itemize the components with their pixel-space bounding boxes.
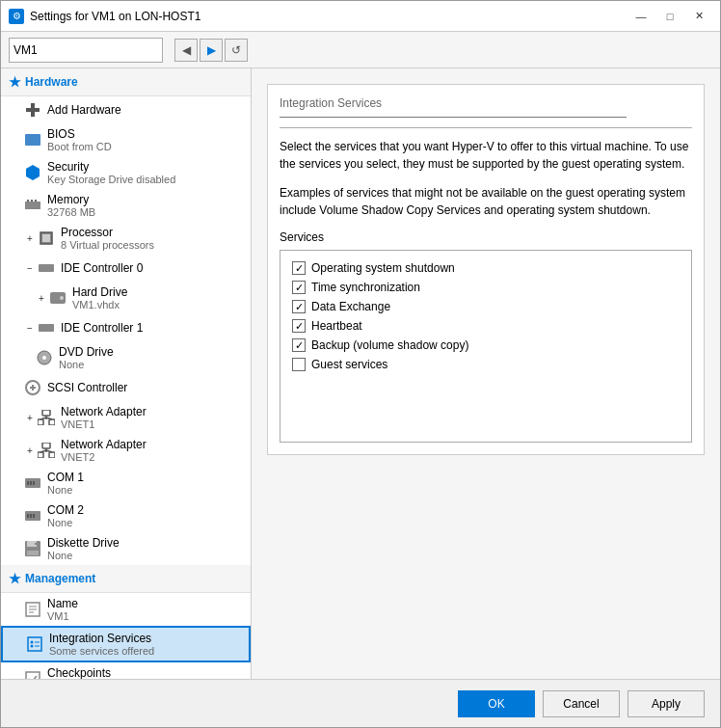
- vm-selector[interactable]: VM1: [9, 38, 163, 63]
- back-button[interactable]: ◀: [174, 39, 198, 62]
- add-hardware-content: Add Hardware: [47, 103, 121, 117]
- sidebar-item-bios[interactable]: BIOS Boot from CD: [1, 123, 251, 156]
- svg-rect-4: [31, 200, 33, 202]
- ide0-icon: [38, 259, 55, 277]
- left-panel: ★ Hardware Add Hardware BIOS Boot: [1, 68, 252, 679]
- network1-expand-icon[interactable]: +: [24, 412, 36, 423]
- ide1-expand-icon[interactable]: −: [24, 322, 36, 334]
- cancel-button[interactable]: Cancel: [543, 690, 620, 717]
- sidebar-item-dvd-drive[interactable]: DVD Drive None: [1, 341, 251, 374]
- service-checkbox-heartbeat[interactable]: [292, 319, 306, 333]
- service-checkbox-backup[interactable]: [292, 338, 306, 352]
- com1-icon: [24, 474, 41, 492]
- network2-label: Network Adapter: [61, 438, 147, 451]
- com1-content: COM 1 None: [47, 471, 84, 496]
- security-sublabel: Key Storage Drive disabled: [47, 174, 175, 185]
- scsi-label: SCSI Controller: [47, 381, 127, 394]
- com2-label: COM 2: [47, 503, 84, 517]
- sidebar-item-com1[interactable]: COM 1 None: [1, 467, 251, 499]
- integration-services-title: Integration Services ———————————————————…: [280, 96, 692, 128]
- svg-line-25: [40, 450, 46, 452]
- network1-label: Network Adapter: [61, 405, 147, 418]
- svg-rect-37: [35, 543, 38, 545]
- management-section-header: ★ Management: [1, 565, 251, 593]
- sidebar-item-com2[interactable]: COM 2 None: [1, 499, 251, 532]
- svg-rect-38: [27, 551, 39, 555]
- bios-sublabel: Boot from CD: [47, 141, 112, 152]
- network1-icon: [38, 409, 55, 426]
- window-controls: — □ ✕: [628, 7, 712, 26]
- apply-button[interactable]: Apply: [628, 690, 705, 717]
- minimize-button[interactable]: —: [628, 7, 654, 26]
- network2-expand-icon[interactable]: +: [24, 445, 36, 456]
- sidebar-item-ide0[interactable]: − IDE Controller 0: [1, 255, 251, 282]
- harddrive-expand-icon[interactable]: +: [36, 292, 47, 304]
- name-icon: [24, 601, 41, 618]
- service-checkbox-sync[interactable]: [292, 281, 306, 294]
- dvd-sublabel: None: [59, 359, 114, 370]
- network1-sublabel: VNET1: [61, 418, 147, 430]
- ide1-icon: [38, 319, 55, 337]
- svg-point-45: [31, 645, 34, 648]
- svg-rect-33: [30, 514, 32, 518]
- svg-rect-3: [27, 200, 29, 202]
- sidebar-item-scsi[interactable]: SCSI Controller: [1, 374, 251, 401]
- window-icon: ⚙: [9, 9, 24, 24]
- settings-window: ⚙ Settings for VM1 on LON-HOST1 — □ ✕ VM…: [0, 0, 721, 728]
- maximize-button[interactable]: □: [656, 7, 683, 26]
- sidebar-item-diskette[interactable]: Diskette Drive None: [1, 532, 251, 565]
- service-item-exchange: Data Exchange: [288, 297, 683, 316]
- svg-line-19: [40, 418, 46, 419]
- close-button[interactable]: ✕: [685, 7, 712, 26]
- memory-content: Memory 32768 MB: [47, 193, 95, 218]
- diskette-label: Diskette Drive: [47, 536, 120, 550]
- ide1-content: IDE Controller 1: [61, 321, 143, 335]
- processor-expand-icon[interactable]: +: [24, 232, 36, 244]
- service-checkbox-shutdown[interactable]: [292, 261, 306, 275]
- com2-content: COM 2 None: [47, 503, 84, 528]
- sidebar-item-processor[interactable]: + Processor 8 Virtual processors: [1, 222, 251, 255]
- integration-services-box: Integration Services ———————————————————…: [267, 84, 705, 455]
- svg-rect-34: [33, 514, 35, 518]
- ide0-expand-icon[interactable]: −: [24, 262, 36, 274]
- sidebar-item-security[interactable]: Security Key Storage Drive disabled: [1, 156, 251, 189]
- service-item-shutdown: Operating system shutdown: [288, 258, 683, 278]
- sidebar-item-ide1[interactable]: − IDE Controller 1: [1, 314, 251, 341]
- sidebar-item-network1[interactable]: + Network Adapter VNET1: [1, 401, 251, 434]
- service-label-guest: Guest services: [311, 358, 387, 371]
- service-checkbox-guest[interactable]: [292, 358, 306, 371]
- services-list-box: Operating system shutdown Time synchroni…: [280, 250, 692, 443]
- network2-icon: [38, 442, 55, 459]
- network2-sublabel: VNET2: [61, 451, 147, 463]
- integration-content: Integration Services Some services offer…: [49, 632, 154, 657]
- toolbar-nav: ◀ ▶ ↺: [174, 39, 248, 62]
- svg-point-13: [42, 356, 46, 360]
- harddrive-content: Hard Drive VM1.vhdx: [72, 285, 127, 310]
- toolbar: VM1 ◀ ▶ ↺: [1, 32, 720, 68]
- svg-rect-21: [42, 443, 50, 448]
- service-checkbox-exchange[interactable]: [292, 300, 306, 313]
- sidebar-item-hard-drive[interactable]: + Hard Drive VM1.vhdx: [1, 282, 251, 314]
- refresh-button[interactable]: ↺: [225, 39, 248, 62]
- sidebar-item-integration-services[interactable]: Integration Services Some services offer…: [1, 626, 251, 662]
- ok-button[interactable]: OK: [458, 690, 535, 717]
- forward-button[interactable]: ▶: [200, 39, 223, 62]
- window-title: Settings for VM1 on LON-HOST1: [30, 10, 628, 23]
- bottom-bar: OK Cancel Apply: [1, 679, 720, 727]
- sidebar-item-add-hardware[interactable]: Add Hardware: [1, 96, 251, 123]
- addhw-icon: [24, 101, 41, 119]
- svg-rect-5: [35, 200, 37, 202]
- svg-rect-11: [39, 324, 54, 332]
- hard-drive-icon: [49, 289, 67, 307]
- sidebar-item-checkpoints[interactable]: Checkpoints Production: [1, 662, 251, 679]
- integration-label: Integration Services: [49, 632, 154, 645]
- management-section-label: Management: [25, 572, 95, 585]
- name-sublabel: VM1: [47, 610, 78, 622]
- service-item-guest: Guest services: [288, 355, 683, 374]
- sidebar-item-name[interactable]: Name VM1: [1, 593, 251, 626]
- sidebar-item-memory[interactable]: Memory 32768 MB: [1, 189, 251, 222]
- integration-sublabel: Some services offered: [49, 645, 154, 657]
- name-label: Name: [47, 597, 78, 610]
- svg-rect-23: [49, 452, 55, 458]
- sidebar-item-network2[interactable]: + Network Adapter VNET2: [1, 434, 251, 467]
